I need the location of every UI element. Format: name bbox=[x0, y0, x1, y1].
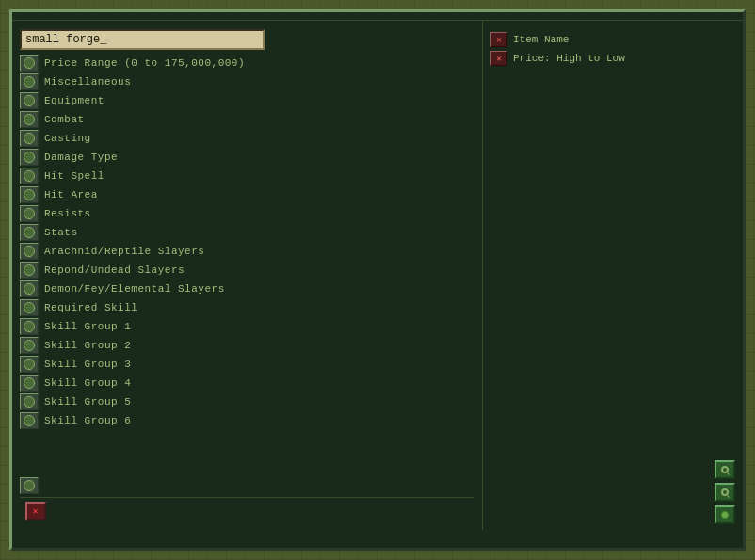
criteria-item-skill_group_4[interactable]: Skill Group 4 bbox=[20, 374, 474, 392]
criteria-item-price_range[interactable]: Price Range (0 to 175,000,000) bbox=[20, 54, 474, 72]
criteria-item-resists[interactable]: Resists bbox=[20, 204, 474, 223]
toggle-icon-repond_undead bbox=[20, 262, 39, 279]
remove-btn-price_selected[interactable]: ✕ bbox=[490, 51, 507, 66]
criteria-item-skill_group_5[interactable]: Skill Group 5 bbox=[20, 392, 474, 411]
toggle-icon-skill_group_2 bbox=[20, 337, 39, 354]
criteria-item-skill_group_3[interactable]: Skill Group 3 bbox=[20, 355, 474, 374]
selected-item-item_name_selected: ✕Item Name bbox=[490, 32, 735, 47]
criteria-item-casting[interactable]: Casting bbox=[20, 129, 474, 148]
toggle-icon-skill_group_4 bbox=[20, 375, 39, 392]
cancel-button[interactable]: ✕ bbox=[25, 502, 50, 520]
criteria-label-required_skill: Required Skill bbox=[44, 302, 137, 313]
selected-label-price_selected: Price: High to Low bbox=[513, 53, 625, 64]
search-button-1[interactable] bbox=[715, 483, 735, 502]
criteria-item-skill_group_2[interactable]: Skill Group 2 bbox=[20, 336, 474, 355]
sort-results-row[interactable] bbox=[20, 474, 474, 497]
sort-results-toggle[interactable] bbox=[20, 477, 39, 494]
toggle-icon-skill_group_6 bbox=[20, 412, 39, 429]
search-icon-1 bbox=[721, 488, 729, 496]
clear-row bbox=[490, 460, 735, 479]
remove-btn-item_name_selected[interactable]: ✕ bbox=[490, 32, 507, 47]
clear-icon bbox=[721, 466, 729, 473]
criteria-item-stats[interactable]: Stats bbox=[20, 223, 474, 242]
criteria-label-repond_undead: Repond/Undead Slayers bbox=[44, 264, 185, 276]
criteria-item-hit_area[interactable]: Hit Area bbox=[20, 185, 474, 204]
criteria-label-hit_spell: Hit Spell bbox=[44, 170, 104, 182]
criteria-label-combat: Combat bbox=[44, 114, 85, 125]
criteria-item-hit_spell[interactable]: Hit Spell bbox=[20, 167, 474, 185]
search-button-2[interactable] bbox=[715, 505, 735, 524]
search-input-row bbox=[20, 29, 474, 50]
toggle-icon-skill_group_1 bbox=[20, 318, 39, 335]
search-row-1 bbox=[490, 483, 735, 502]
toggle-icon-price_range bbox=[20, 55, 39, 72]
criteria-label-casting: Casting bbox=[44, 133, 91, 144]
selected-label-item_name_selected: Item Name bbox=[513, 34, 569, 45]
toggle-icon-demon_fey bbox=[20, 280, 39, 297]
criteria-item-required_skill[interactable]: Required Skill bbox=[20, 298, 474, 317]
criteria-list: Price Range (0 to 175,000,000)Miscellane… bbox=[20, 54, 474, 474]
criteria-label-skill_group_3: Skill Group 3 bbox=[44, 359, 131, 370]
toggle-icon-hit_spell bbox=[20, 168, 39, 184]
toggle-icon-arachnid_reptile bbox=[20, 243, 39, 260]
toggle-icon-required_skill bbox=[20, 299, 39, 316]
search-icon-2 bbox=[721, 511, 729, 519]
criteria-label-stats: Stats bbox=[44, 227, 78, 238]
item-name-input[interactable] bbox=[20, 29, 265, 50]
toggle-icon-combat bbox=[20, 111, 39, 128]
criteria-label-skill_group_6: Skill Group 6 bbox=[44, 415, 131, 426]
toggle-icon-stats bbox=[20, 224, 39, 241]
criteria-label-damage_type: Damage Type bbox=[44, 152, 118, 163]
vendor-search-dialog: Price Range (0 to 175,000,000)Miscellane… bbox=[9, 9, 746, 551]
search-row-2 bbox=[490, 505, 735, 524]
clear-button[interactable] bbox=[715, 460, 735, 479]
dialog-title bbox=[12, 12, 743, 21]
right-bottom-actions bbox=[490, 460, 735, 524]
criteria-item-skill_group_1[interactable]: Skill Group 1 bbox=[20, 317, 474, 336]
toggle-icon-damage_type bbox=[20, 149, 39, 166]
criteria-label-resists: Resists bbox=[44, 208, 91, 219]
dialog-content: Price Range (0 to 175,000,000)Miscellane… bbox=[12, 21, 743, 530]
criteria-label-equipment: Equipment bbox=[44, 95, 104, 106]
toggle-icon-miscellaneous bbox=[20, 73, 39, 90]
criteria-label-arachnid_reptile: Arachnid/Reptile Slayers bbox=[44, 246, 204, 257]
selected-criteria-list: ✕Item Name✕Price: High to Low bbox=[490, 32, 735, 70]
cancel-icon: ✕ bbox=[25, 502, 46, 520]
bottom-bar: ✕ bbox=[20, 497, 474, 524]
left-panel: Price Range (0 to 175,000,000)Miscellane… bbox=[12, 21, 483, 530]
toggle-icon-hit_area bbox=[20, 186, 39, 203]
criteria-item-equipment[interactable]: Equipment bbox=[20, 91, 474, 110]
criteria-label-skill_group_5: Skill Group 5 bbox=[44, 396, 131, 408]
criteria-item-combat[interactable]: Combat bbox=[20, 110, 474, 129]
toggle-icon-skill_group_3 bbox=[20, 356, 39, 373]
criteria-label-skill_group_1: Skill Group 1 bbox=[44, 321, 131, 332]
criteria-label-price_range: Price Range (0 to 175,000,000) bbox=[44, 57, 245, 69]
criteria-label-hit_area: Hit Area bbox=[44, 189, 98, 200]
criteria-item-miscellaneous[interactable]: Miscellaneous bbox=[20, 72, 474, 91]
criteria-item-demon_fey[interactable]: Demon/Fey/Elemental Slayers bbox=[20, 280, 474, 298]
criteria-label-skill_group_4: Skill Group 4 bbox=[44, 377, 131, 389]
criteria-item-arachnid_reptile[interactable]: Arachnid/Reptile Slayers bbox=[20, 242, 474, 261]
criteria-label-skill_group_2: Skill Group 2 bbox=[44, 340, 131, 351]
criteria-label-demon_fey: Demon/Fey/Elemental Slayers bbox=[44, 283, 225, 295]
toggle-icon-resists bbox=[20, 205, 39, 222]
criteria-item-skill_group_6[interactable]: Skill Group 6 bbox=[20, 411, 474, 430]
criteria-item-repond_undead[interactable]: Repond/Undead Slayers bbox=[20, 261, 474, 280]
criteria-item-damage_type[interactable]: Damage Type bbox=[20, 148, 474, 167]
criteria-label-miscellaneous: Miscellaneous bbox=[44, 76, 131, 88]
selected-item-price_selected: ✕Price: High to Low bbox=[490, 51, 735, 66]
toggle-icon-casting bbox=[20, 130, 39, 147]
toggle-icon-equipment bbox=[20, 92, 39, 109]
toggle-icon-skill_group_5 bbox=[20, 393, 39, 410]
right-panel: ✕Item Name✕Price: High to Low bbox=[483, 21, 743, 530]
